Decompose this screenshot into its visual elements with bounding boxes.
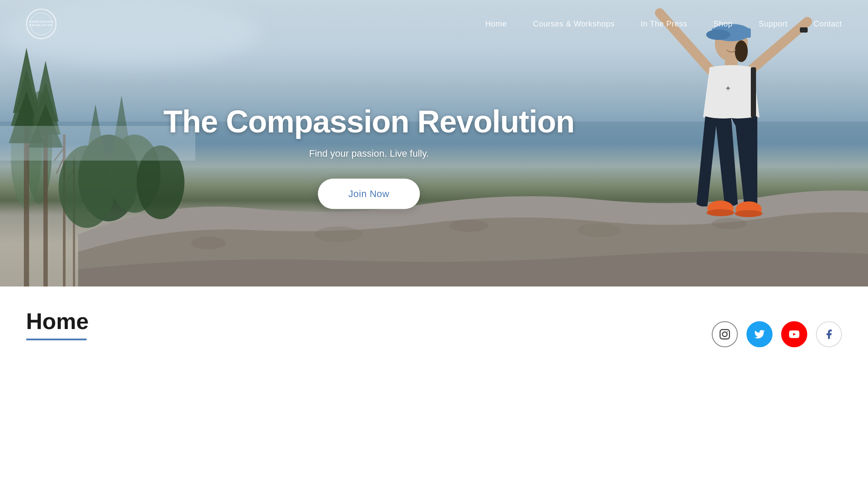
navbar: COMPASSIONREVOLUTION Home Courses & Work… — [0, 0, 868, 48]
svg-point-44 — [735, 210, 763, 217]
svg-point-24 — [449, 220, 488, 232]
logo-inner: COMPASSIONREVOLUTION — [30, 13, 53, 35]
nav-link-courses[interactable]: Courses & Workshops — [533, 20, 615, 28]
nav-link-contact[interactable]: Contact — [813, 20, 842, 28]
nav-item-courses[interactable]: Courses & Workshops — [533, 20, 615, 29]
nav-item-contact[interactable]: Contact — [813, 20, 842, 29]
home-section: Home — [26, 308, 712, 340]
svg-point-48 — [727, 331, 728, 332]
site-logo[interactable]: COMPASSIONREVOLUTION — [26, 9, 56, 39]
nav-item-home[interactable]: Home — [485, 20, 507, 29]
social-icons-group — [712, 321, 842, 347]
svg-point-47 — [723, 332, 727, 337]
below-hero-section: Home — [0, 286, 868, 373]
hero-section: ✦ COMPASSIONREVOLUTION Home — [0, 0, 868, 286]
facebook-icon-button[interactable] — [816, 321, 842, 347]
nav-links: Home Courses & Workshops In The Press Sh… — [485, 20, 842, 29]
nav-link-shop[interactable]: Shop — [713, 20, 733, 28]
instagram-icon-button[interactable] — [712, 321, 738, 347]
svg-rect-46 — [720, 329, 730, 339]
nav-item-shop[interactable]: Shop — [713, 20, 733, 29]
hero-subtitle: Find your passion. Live fully. — [163, 148, 574, 159]
svg-point-25 — [577, 223, 621, 237]
svg-text:✦: ✦ — [725, 84, 731, 93]
join-now-button[interactable]: Join Now — [318, 179, 420, 209]
twitter-icon-button[interactable] — [746, 321, 773, 347]
nav-link-support[interactable]: Support — [759, 20, 788, 28]
svg-rect-37 — [751, 67, 756, 117]
home-section-title: Home — [26, 308, 712, 334]
nav-item-press[interactable]: In The Press — [641, 20, 687, 29]
nav-link-press[interactable]: In The Press — [641, 20, 687, 28]
hero-title: The Compassion Revolution — [163, 104, 574, 139]
svg-point-23 — [315, 227, 362, 242]
nav-link-home[interactable]: Home — [485, 20, 507, 28]
svg-point-43 — [707, 209, 734, 216]
hero-content: The Compassion Revolution Find your pass… — [163, 104, 574, 209]
youtube-icon-button[interactable] — [781, 321, 807, 347]
nav-item-support[interactable]: Support — [759, 20, 788, 29]
home-title-underline — [26, 339, 87, 340]
svg-point-22 — [191, 237, 226, 250]
